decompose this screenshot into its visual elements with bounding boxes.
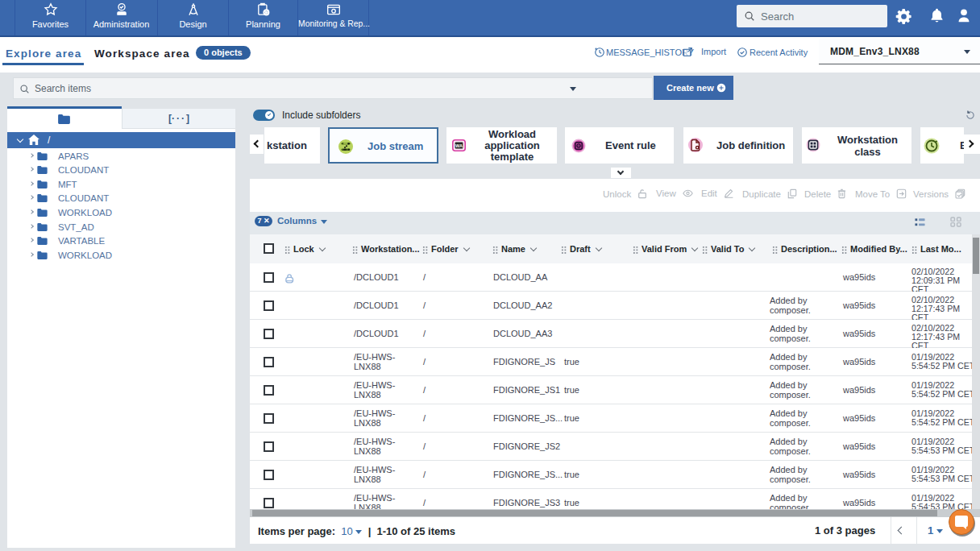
svg-text:WA: WA [455,143,463,148]
